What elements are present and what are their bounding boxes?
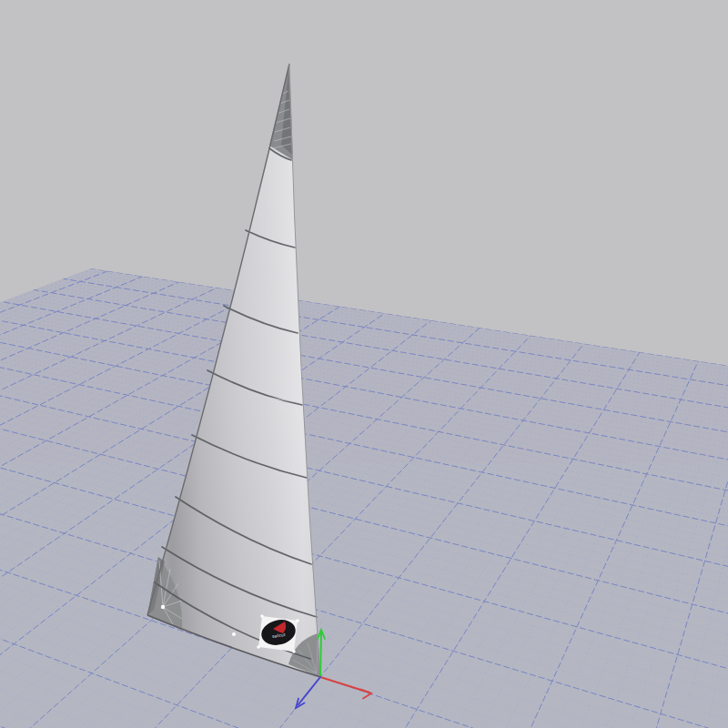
- scene-svg: sailcut: [0, 0, 728, 728]
- logo-corner-dot: [257, 645, 259, 648]
- 3d-viewport[interactable]: sailcut: [0, 0, 728, 728]
- logo-corner-dot: [260, 614, 263, 617]
- tack-grommet: [161, 605, 165, 609]
- logo-corner-dot: [296, 619, 298, 622]
- foot-telltale: [232, 632, 236, 636]
- sail-logo: sailcut: [257, 614, 298, 652]
- logo-corner-dot: [292, 650, 295, 652]
